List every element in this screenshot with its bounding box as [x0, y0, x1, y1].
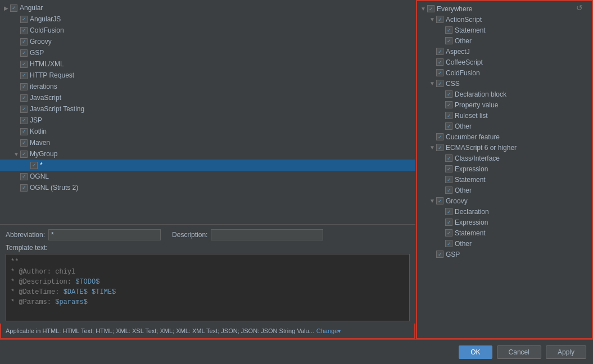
left-tree-item-jstesting[interactable]: ✓JavaScript Testing: [0, 103, 415, 115]
right-tree-item-css-decl-block[interactable]: ✓Declaration block: [417, 89, 592, 99]
abbreviation-input[interactable]: [48, 229, 161, 240]
ok-button[interactable]: OK: [459, 345, 492, 359]
right-tree-item-groovy-r[interactable]: ▼✓Groovy: [417, 195, 592, 206]
right-checkbox-coldfusion-r[interactable]: ✓: [436, 69, 443, 76]
checkbox-javascript[interactable]: ✓: [20, 94, 28, 102]
template-text-area[interactable]: ** * @Author: chiyl * @Description: $TOD…: [6, 254, 410, 321]
apply-button[interactable]: Apply: [546, 345, 586, 359]
checkbox-gsp[interactable]: ✓: [20, 49, 28, 57]
right-checkbox-as-statement[interactable]: ✓: [445, 26, 452, 34]
checkbox-iterations[interactable]: ✓: [20, 83, 28, 90]
right-checkbox-ecma-other[interactable]: ✓: [445, 186, 452, 194]
right-checkbox-css-decl-block[interactable]: ✓: [445, 90, 452, 98]
right-checkbox-cucumber[interactable]: ✓: [436, 133, 443, 140]
content-area: ▶✓Angular✓AngularJS✓ColdFusion✓Groovy✓GS…: [0, 0, 593, 339]
checkbox-jsp[interactable]: ✓: [20, 117, 28, 124]
left-tree-item-ognlstruts[interactable]: ✓OGNL (Struts 2): [0, 182, 415, 193]
checkbox-angular[interactable]: ✓: [10, 4, 17, 12]
abbreviation-label: Abbreviation:: [6, 231, 45, 239]
right-checkbox-aspectj[interactable]: ✓: [436, 48, 443, 55]
right-tree-item-coldfusion-r[interactable]: ✓ColdFusion: [417, 67, 592, 78]
checkbox-htmlxml[interactable]: ✓: [20, 61, 28, 68]
checkbox-mygroup[interactable]: ✓: [20, 151, 28, 158]
right-label-ecma-class: Class/Interface: [455, 154, 500, 162]
left-tree-item-jsp[interactable]: ✓JSP: [0, 115, 415, 126]
checkbox-ognl[interactable]: ✓: [20, 173, 28, 180]
tree-label-jstesting: JavaScript Testing: [30, 105, 84, 113]
reset-icon[interactable]: ↺: [576, 3, 583, 12]
checkbox-groovy[interactable]: ✓: [20, 38, 28, 46]
right-label-cucumber: Cucumber feature: [446, 133, 500, 141]
right-tree-item-cucumber[interactable]: ✓Cucumber feature: [417, 131, 592, 142]
right-tree-item-actionscript[interactable]: ▼✓ActionScript: [417, 14, 592, 25]
right-checkbox-gsp-r[interactable]: ✓: [436, 251, 443, 258]
left-tree-item-ognl[interactable]: ✓OGNL: [0, 171, 415, 182]
left-tree-item-kotlin[interactable]: ✓Kotlin: [0, 126, 415, 137]
cancel-button[interactable]: Cancel: [497, 345, 541, 359]
right-checkbox-groovy-expr[interactable]: ✓: [445, 219, 452, 226]
checkbox-angularjs[interactable]: ✓: [20, 16, 28, 23]
right-checkbox-groovy-decl[interactable]: ✓: [445, 208, 452, 215]
right-checkbox-ecma[interactable]: ✓: [436, 144, 443, 151]
right-checkbox-ecma-class[interactable]: ✓: [445, 154, 452, 162]
checkbox-ognlstruts[interactable]: ✓: [20, 184, 28, 192]
left-tree-item-coldfusion[interactable]: ✓ColdFusion: [0, 25, 415, 36]
right-label-aspectj: AspectJ: [446, 48, 470, 56]
right-label-groovy-r: Groovy: [446, 197, 468, 205]
right-tree-item-css-ruleset[interactable]: ✓Ruleset list: [417, 110, 592, 121]
left-tree-item-gsp[interactable]: ✓GSP: [0, 47, 415, 58]
right-tree-item-ecma-stmt[interactable]: ✓Statement: [417, 174, 592, 185]
right-checkbox-as-other[interactable]: ✓: [445, 37, 452, 44]
right-tree-item-as-other[interactable]: ✓Other: [417, 35, 592, 46]
right-checkbox-css-ruleset[interactable]: ✓: [445, 112, 452, 119]
checkbox-httpreq[interactable]: ✓: [20, 72, 28, 79]
right-tree-item-ecma-other[interactable]: ✓Other: [417, 185, 592, 195]
right-tree-item-ecma[interactable]: ▼✓ECMAScript 6 or higher: [417, 142, 592, 153]
right-checkbox-groovy-other[interactable]: ✓: [445, 240, 452, 247]
left-tree-item-iterations[interactable]: ✓iterations: [0, 81, 415, 92]
right-label-css-other: Other: [455, 122, 472, 130]
right-tree-item-groovy-other[interactable]: ✓Other: [417, 238, 592, 249]
right-tree-item-aspectj[interactable]: ✓AspectJ: [417, 46, 592, 57]
left-tree-item-httpreq[interactable]: ✓HTTP Request: [0, 70, 415, 81]
right-checkbox-css-other[interactable]: ✓: [445, 122, 452, 130]
right-checkbox-everywhere[interactable]: ✓: [427, 5, 434, 12]
bottom-bar: OK Cancel Apply: [0, 339, 593, 364]
checkbox-coldfusion[interactable]: ✓: [20, 27, 28, 34]
left-tree-item-htmlxml[interactable]: ✓HTML/XML: [0, 58, 415, 70]
checkbox-jstesting[interactable]: ✓: [20, 106, 28, 113]
right-checkbox-coffeescript[interactable]: ✓: [436, 58, 443, 66]
description-input[interactable]: [211, 229, 323, 240]
tree-label-angular: Angular: [20, 4, 43, 12]
right-tree-item-groovy-stmt[interactable]: ✓Statement: [417, 228, 592, 238]
right-tree-item-css-prop-val[interactable]: ✓Property value: [417, 99, 592, 110]
right-tree-item-css-other[interactable]: ✓Other: [417, 121, 592, 131]
change-link[interactable]: Change: [316, 327, 338, 334]
right-tree-item-everywhere[interactable]: ▼✓Everywhere: [417, 3, 592, 14]
right-checkbox-groovy-r[interactable]: ✓: [436, 197, 443, 204]
right-checkbox-css-prop-val[interactable]: ✓: [445, 101, 452, 108]
left-tree-item-javascript[interactable]: ✓JavaScript: [0, 92, 415, 103]
left-tree-item-angularjs[interactable]: ✓AngularJS: [0, 13, 415, 25]
left-tree-item-angular[interactable]: ▶✓Angular: [0, 2, 415, 13]
right-checkbox-actionscript[interactable]: ✓: [436, 16, 443, 23]
right-tree-item-css[interactable]: ▼✓CSS: [417, 78, 592, 89]
right-tree-item-groovy-decl[interactable]: ✓Declaration: [417, 206, 592, 217]
checkbox-kotlin[interactable]: ✓: [20, 128, 28, 135]
right-tree-item-groovy-expr[interactable]: ✓Expression: [417, 217, 592, 228]
checkbox-mygroup-star[interactable]: ✓: [30, 162, 38, 169]
right-checkbox-groovy-stmt[interactable]: ✓: [445, 229, 452, 236]
right-tree-item-gsp-r[interactable]: ✓GSP: [417, 249, 592, 260]
right-tree-item-as-statement[interactable]: ✓Statement: [417, 25, 592, 35]
left-tree-item-mygroup[interactable]: ▼✓MyGroup: [0, 148, 415, 160]
left-tree-item-mygroup-star[interactable]: ✓*: [0, 160, 415, 171]
right-tree-item-coffeescript[interactable]: ✓CoffeeScript: [417, 57, 592, 67]
right-checkbox-css[interactable]: ✓: [436, 80, 443, 87]
left-tree-item-maven[interactable]: ✓Maven: [0, 137, 415, 148]
right-tree-item-ecma-expr[interactable]: ✓Expression: [417, 163, 592, 174]
right-checkbox-ecma-expr[interactable]: ✓: [445, 165, 452, 172]
right-checkbox-ecma-stmt[interactable]: ✓: [445, 176, 452, 183]
left-tree-item-groovy[interactable]: ✓Groovy: [0, 36, 415, 47]
checkbox-maven[interactable]: ✓: [20, 139, 28, 147]
right-tree-item-ecma-class[interactable]: ✓Class/Interface: [417, 153, 592, 163]
